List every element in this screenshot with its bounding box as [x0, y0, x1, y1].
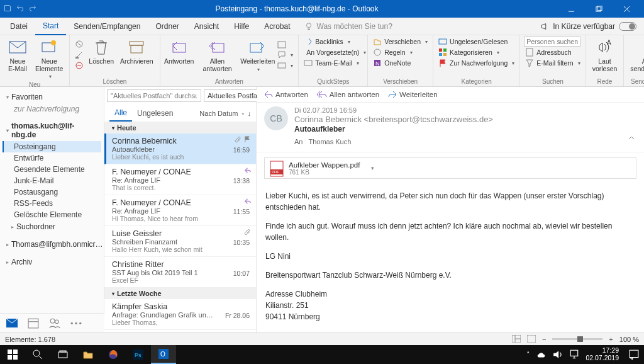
nav-drafts[interactable]: Entwürfe — [3, 152, 101, 164]
read-aloud-button[interactable]: ALaut vorlesen — [590, 37, 620, 74]
tool-reply-all[interactable]: Allen antworten — [317, 91, 379, 98]
tray-notifications-icon[interactable] — [629, 345, 639, 364]
qat-redo-icon[interactable] — [29, 4, 36, 14]
attachment-item[interactable]: PDF Aufkleber Wappen.pdf 761 KB ▾ — [264, 157, 636, 179]
tool-reply[interactable]: Antworten — [264, 91, 308, 98]
tray-clock[interactable]: 17:2902.07.2019 — [586, 347, 619, 361]
group-header[interactable]: Heute — [104, 122, 256, 134]
email-date: Di 02.07.2019 16:59 — [294, 106, 636, 114]
maximize-button[interactable] — [585, 0, 613, 18]
qat-save-icon[interactable] — [4, 4, 11, 14]
unread-read-button[interactable]: Ungelesen/Gelesen — [437, 37, 516, 47]
tray-network-icon[interactable] — [569, 350, 579, 360]
nav-search-folders[interactable]: Suchordner — [3, 220, 101, 233]
tray-chevron-icon[interactable]: ˄ — [526, 351, 530, 358]
tool-forward[interactable]: Weiterleiten — [388, 91, 438, 98]
message-item[interactable]: F. Neumeyer / CONAERe: Anfrage LIFHi Tho… — [104, 195, 256, 226]
message-item[interactable]: F. Neumeyer / CONAERe: Anfrage LIFThat i… — [104, 164, 256, 195]
filter-email-button[interactable]: E-Mail filtern — [524, 58, 581, 68]
qat-undo-icon[interactable] — [16, 4, 24, 14]
tab-ansicht[interactable]: Ansicht — [187, 18, 226, 35]
addressbook-button[interactable]: Adressbuch — [524, 47, 581, 57]
group-header[interactable]: Letzte Woche — [104, 288, 256, 299]
tray-onedrive-icon[interactable] — [536, 350, 547, 360]
nav-fav-followup[interactable]: zur Nachverfolgung — [3, 103, 101, 115]
tab-datei[interactable]: Datei — [3, 18, 35, 35]
ignore-button[interactable] — [74, 39, 85, 49]
filter-unread[interactable]: Ungelesen — [132, 106, 178, 121]
zoom-plus[interactable]: + — [609, 336, 613, 343]
minimize-button[interactable] — [557, 0, 585, 18]
explorer-button[interactable] — [75, 345, 101, 364]
svg-rect-0 — [596, 6, 600, 11]
more-respond-button[interactable] — [276, 60, 294, 71]
tab-acrobat[interactable]: Acrobat — [257, 18, 297, 35]
reply-button[interactable]: Antworten — [164, 37, 194, 67]
archive-button[interactable]: Archivieren — [118, 37, 156, 67]
message-item[interactable]: Kämpfer SaskiaAnfrage: Grundlagen Grafik… — [104, 299, 256, 330]
quickstep-team[interactable]: Team-E-Mail — [303, 58, 364, 68]
tab-start[interactable]: Start — [35, 18, 66, 35]
junk-button[interactable] — [74, 60, 85, 71]
im-button[interactable] — [276, 50, 294, 60]
coming-soon-toggle[interactable] — [619, 22, 636, 31]
svg-rect-25 — [443, 53, 447, 56]
tab-ordner[interactable]: Ordner — [148, 18, 186, 35]
followup-button[interactable]: Zur Nachverfolgung — [437, 58, 516, 68]
new-email-button[interactable]: Neue E-Mail — [4, 37, 31, 74]
send-receive-all-button[interactable]: Alle Ordner senden/empfangen — [628, 37, 644, 74]
message-item[interactable]: Corinna BebernickAutoaufkleberLieber Kuc… — [104, 134, 256, 164]
people-search-input[interactable] — [524, 37, 580, 47]
search-input[interactable] — [107, 89, 201, 102]
cleanup-button[interactable] — [74, 50, 85, 60]
onenote-button[interactable]: NOneNote — [372, 58, 429, 68]
tell-me-search[interactable]: Was möchten Sie tun? — [304, 22, 392, 31]
start-button[interactable] — [0, 345, 25, 364]
nav-account-1[interactable]: thomas.kuch@lif-nbg.de — [3, 120, 101, 141]
nav-rss[interactable]: RSS-Feeds — [3, 198, 101, 209]
nav-people-icon[interactable] — [49, 317, 60, 329]
message-item[interactable]: Christine RitterSST Aug bis Okt 2019 Tei… — [104, 257, 256, 288]
nav-calendar-icon[interactable] — [28, 317, 39, 329]
tray-volume-icon[interactable] — [553, 350, 563, 360]
firefox-button[interactable] — [101, 345, 126, 364]
tab-sendreceive[interactable]: Senden/Empfangen — [66, 18, 148, 35]
quickstep-vorgesetzte[interactable]: An Vorgesetzte(n) — [303, 47, 364, 57]
nav-inbox[interactable]: Posteingang — [3, 141, 101, 152]
nav-favorites[interactable]: Favoriten — [3, 91, 101, 103]
search-button[interactable] — [25, 345, 50, 364]
attachment-dropdown-icon[interactable]: ▾ — [371, 165, 374, 171]
zoom-slider[interactable] — [552, 338, 602, 340]
move-button[interactable]: Verschieben — [372, 37, 429, 47]
delete-button[interactable]: Löschen — [86, 37, 116, 67]
filter-all[interactable]: Alle — [109, 105, 132, 122]
new-items-button[interactable]: Neue Elemente — [33, 37, 65, 81]
view-normal-icon[interactable] — [512, 335, 521, 344]
message-item[interactable]: !Feldhaus, LauraCode of Conduct und Einh… — [104, 330, 256, 333]
header-expand-toggle[interactable] — [628, 134, 635, 144]
sort-by[interactable]: Nach Datum ⌄ ↓ — [199, 110, 251, 117]
nav-outbox[interactable]: Postausgang — [3, 186, 101, 198]
categorize-button[interactable]: Kategorisieren — [437, 47, 516, 57]
forward-button[interactable]: Weiterleiten — [240, 37, 275, 74]
taskview-button[interactable] — [50, 345, 75, 364]
photoshop-button[interactable]: Ps — [126, 345, 151, 364]
nav-archive[interactable]: Archiv — [3, 256, 101, 268]
nav-deleted[interactable]: Gelöschte Elemente — [3, 209, 101, 220]
svg-point-5 — [51, 40, 56, 45]
tab-hilfe[interactable]: Hilfe — [226, 18, 257, 35]
nav-account-2[interactable]: Thomas@lifgmbh.onmicr… — [3, 238, 101, 251]
view-reading-icon[interactable] — [527, 335, 536, 344]
nav-mail-icon[interactable] — [6, 317, 18, 329]
outlook-button[interactable]: O — [151, 345, 176, 364]
nav-sent[interactable]: Gesendete Elemente — [3, 164, 101, 175]
rules-button[interactable]: Regeln — [372, 47, 429, 57]
quickstep-backlinks[interactable]: Backlinks — [303, 37, 364, 47]
reply-all-button[interactable]: Allen antworten — [196, 37, 240, 74]
message-item[interactable]: Luise GeisslerSchreiben FinanzamtHallo H… — [104, 226, 256, 257]
nav-junk[interactable]: Junk-E-Mail — [3, 175, 101, 186]
meeting-button[interactable] — [276, 39, 294, 49]
close-button[interactable] — [613, 0, 640, 18]
zoom-minus[interactable]: − — [542, 336, 546, 343]
nav-more-icon[interactable] — [70, 317, 82, 329]
